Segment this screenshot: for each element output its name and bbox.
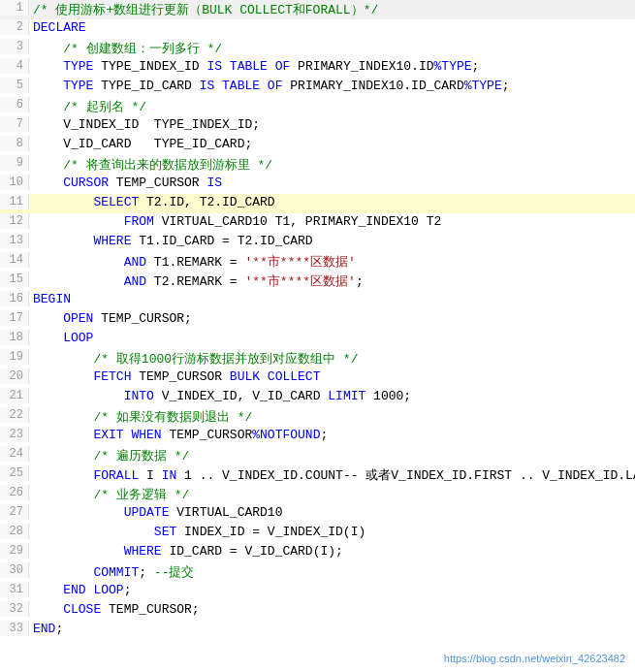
line-content: WHERE ID_CARD = V_ID_CARD(I); (29, 543, 635, 560)
line-row: 5 TYPE TYPE_ID_CARD IS TABLE OF PRIMARY_… (0, 78, 635, 97)
line-number: 3 (0, 39, 29, 54)
line-number: 26 (0, 485, 29, 500)
line-row: 1/* 使用游标+数组进行更新（BULK COLLECT和FORALL）*/ (0, 0, 635, 19)
line-row: 6 /* 起别名 */ (0, 97, 635, 116)
code-editor: 1/* 使用游标+数组进行更新（BULK COLLECT和FORALL）*/2D… (0, 0, 635, 640)
line-number: 32 (0, 601, 29, 617)
line-number: 33 (0, 621, 29, 636)
code-lines: 1/* 使用游标+数组进行更新（BULK COLLECT和FORALL）*/2D… (0, 0, 635, 640)
line-number: 30 (0, 562, 29, 578)
line-number: 23 (0, 427, 29, 442)
line-content: TYPE TYPE_INDEX_ID IS TABLE OF PRIMARY_I… (29, 58, 635, 75)
line-number: 6 (0, 97, 29, 112)
line-row: 12 FROM VIRTUAL_CARD10 T1, PRIMARY_INDEX… (0, 213, 635, 233)
line-content: /* 如果没有数据则退出 */ (29, 407, 635, 427)
line-content: /* 使用游标+数组进行更新（BULK COLLECT和FORALL）*/ (29, 0, 635, 19)
line-content: /* 业务逻辑 */ (29, 485, 635, 504)
line-content: END; (29, 621, 635, 637)
line-number: 19 (0, 349, 29, 365)
line-content: END LOOP; (29, 582, 635, 598)
line-number: 20 (0, 368, 29, 384)
line-number: 25 (0, 465, 29, 481)
line-number: 11 (0, 194, 29, 209)
line-number: 21 (0, 388, 29, 403)
line-row: 8 V_ID_CARD TYPE_ID_CARD; (0, 136, 635, 155)
line-row: 21 INTO V_INDEX_ID, V_ID_CARD LIMIT 1000… (0, 388, 635, 407)
line-row: 16BEGIN (0, 291, 635, 310)
line-number: 28 (0, 524, 29, 539)
line-row: 14 AND T1.REMARK = '**市****区数据' (0, 252, 635, 272)
line-content: /* 将查询出来的数据放到游标里 */ (29, 155, 635, 175)
line-content: FORALL I IN 1 .. V_INDEX_ID.COUNT-- 或者V_… (29, 465, 635, 485)
line-content: /* 创建数组：一列多行 */ (29, 39, 635, 58)
line-content: SELECT T2.ID, T2.ID_CARD (29, 194, 635, 210)
line-number: 14 (0, 252, 29, 268)
line-content: OPEN TEMP_CURSOR; (29, 310, 635, 327)
line-content: EXIT WHEN TEMP_CURSOR%NOTFOUND; (29, 427, 635, 443)
line-content: INTO V_INDEX_ID, V_ID_CARD LIMIT 1000; (29, 388, 635, 404)
line-content: /* 遍历数据 */ (29, 446, 635, 465)
watermark: https://blog.csdn.net/weixin_42623482 (444, 653, 625, 664)
line-number: 2 (0, 19, 29, 35)
line-content: SET INDEX_ID = V_INDEX_ID(I) (29, 524, 635, 540)
line-row: 18 LOOP (0, 330, 635, 349)
line-number: 29 (0, 543, 29, 559)
line-number: 9 (0, 155, 29, 171)
line-content: AND T2.REMARK = '**市****区数据'; (29, 272, 635, 291)
line-content: V_ID_CARD TYPE_ID_CARD; (29, 136, 635, 152)
line-number: 27 (0, 504, 29, 520)
line-number: 15 (0, 272, 29, 287)
line-number: 4 (0, 58, 29, 74)
line-content: TYPE TYPE_ID_CARD IS TABLE OF PRIMARY_IN… (29, 78, 635, 94)
line-row: 19 /* 取得1000行游标数据并放到对应数组中 */ (0, 349, 635, 368)
line-number: 5 (0, 78, 29, 93)
line-content: LOOP (29, 330, 635, 346)
line-content: CLOSE TEMP_CURSOR; (29, 601, 635, 618)
line-number: 18 (0, 330, 29, 345)
line-row: 31 END LOOP; (0, 582, 635, 601)
line-row: 4 TYPE TYPE_INDEX_ID IS TABLE OF PRIMARY… (0, 58, 635, 78)
line-row: 15 AND T2.REMARK = '**市****区数据'; (0, 272, 635, 291)
line-content: FETCH TEMP_CURSOR BULK COLLECT (29, 368, 635, 385)
line-number: 8 (0, 136, 29, 151)
line-row: 27 UPDATE VIRTUAL_CARD10 (0, 504, 635, 524)
line-content: FROM VIRTUAL_CARD10 T1, PRIMARY_INDEX10 … (29, 213, 635, 230)
line-row: 11 SELECT T2.ID, T2.ID_CARD (0, 194, 635, 213)
line-number: 7 (0, 116, 29, 132)
line-number: 1 (0, 0, 29, 16)
line-row: 24 /* 遍历数据 */ (0, 446, 635, 465)
line-row: 2DECLARE (0, 19, 635, 39)
line-row: 7 V_INDEX_ID TYPE_INDEX_ID; (0, 116, 635, 136)
line-content: AND T1.REMARK = '**市****区数据' (29, 252, 635, 272)
line-number: 22 (0, 407, 29, 423)
line-content: CURSOR TEMP_CURSOR IS (29, 175, 635, 191)
line-row: 23 EXIT WHEN TEMP_CURSOR%NOTFOUND; (0, 427, 635, 446)
line-number: 16 (0, 291, 29, 306)
line-row: 13 WHERE T1.ID_CARD = T2.ID_CARD (0, 233, 635, 252)
line-number: 24 (0, 446, 29, 462)
line-number: 13 (0, 233, 29, 248)
line-content: V_INDEX_ID TYPE_INDEX_ID; (29, 116, 635, 133)
line-content: COMMIT; --提交 (29, 562, 635, 582)
line-row: 32 CLOSE TEMP_CURSOR; (0, 601, 635, 621)
line-content: BEGIN (29, 291, 635, 307)
line-content: WHERE T1.ID_CARD = T2.ID_CARD (29, 233, 635, 249)
line-number: 17 (0, 310, 29, 326)
line-number: 12 (0, 213, 29, 229)
line-content: /* 取得1000行游标数据并放到对应数组中 */ (29, 349, 635, 368)
line-content: /* 起别名 */ (29, 97, 635, 116)
line-row: 33END; (0, 621, 635, 640)
line-row: 9 /* 将查询出来的数据放到游标里 */ (0, 155, 635, 175)
line-number: 10 (0, 175, 29, 190)
line-content: UPDATE VIRTUAL_CARD10 (29, 504, 635, 521)
line-row: 28 SET INDEX_ID = V_INDEX_ID(I) (0, 524, 635, 543)
line-row: 20 FETCH TEMP_CURSOR BULK COLLECT (0, 368, 635, 388)
line-number: 31 (0, 582, 29, 597)
line-row: 17 OPEN TEMP_CURSOR; (0, 310, 635, 330)
line-row: 10 CURSOR TEMP_CURSOR IS (0, 175, 635, 194)
line-row: 26 /* 业务逻辑 */ (0, 485, 635, 504)
line-row: 30 COMMIT; --提交 (0, 562, 635, 582)
line-row: 3 /* 创建数组：一列多行 */ (0, 39, 635, 58)
line-row: 25 FORALL I IN 1 .. V_INDEX_ID.COUNT-- 或… (0, 465, 635, 485)
line-row: 22 /* 如果没有数据则退出 */ (0, 407, 635, 427)
